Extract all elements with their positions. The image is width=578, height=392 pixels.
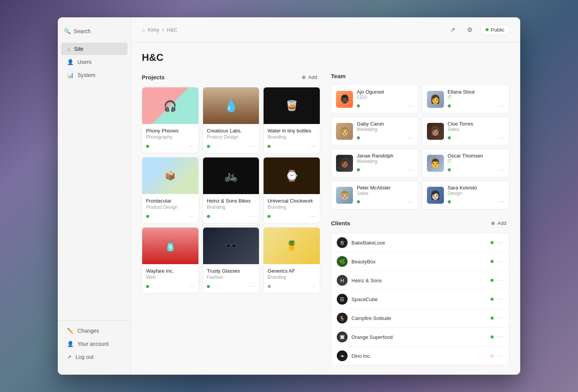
team-member-name: Cloe Torres xyxy=(448,121,505,127)
sidebar-item-site[interactable]: ⌂ Site xyxy=(61,43,128,55)
topbar: ⌂ Kirby / H&C ↗ ⚙ Public xyxy=(131,17,520,42)
more-button[interactable]: ··· xyxy=(497,352,504,359)
search-button[interactable]: 🔍 Search xyxy=(58,25,131,37)
client-item[interactable]: H Heinz & Sons ··· xyxy=(331,271,509,290)
project-card[interactable]: 🧴 Wayfare Inc. Web ··· xyxy=(142,227,199,293)
more-button[interactable]: ··· xyxy=(497,296,504,303)
project-type: Branding xyxy=(267,275,316,280)
more-button[interactable]: ··· xyxy=(407,166,413,173)
project-footer: ··· xyxy=(267,213,316,220)
main-content: ⌂ Kirby / H&C ↗ ⚙ Public H&C Proj xyxy=(131,17,520,375)
team-member-role: IT xyxy=(448,159,505,164)
avatar: 👩🏾 xyxy=(336,155,353,172)
avatar: 👩🏻 xyxy=(427,187,444,204)
client-item[interactable]: 🦌 Campfire Solitude ··· xyxy=(331,309,509,328)
add-client-button[interactable]: ⊕ Add xyxy=(488,219,509,228)
team-footer: ··· xyxy=(448,102,505,109)
add-project-button[interactable]: ⊕ Add xyxy=(299,73,320,82)
more-button[interactable]: ··· xyxy=(249,283,255,290)
status-indicator xyxy=(357,168,360,171)
project-type: Web xyxy=(146,275,195,280)
status-indicator xyxy=(448,136,451,139)
project-name: Heinz & Sons Bikes xyxy=(207,198,255,204)
logout-icon: ↗ xyxy=(67,354,72,360)
your-account-button[interactable]: 👤 Your account xyxy=(61,338,128,350)
project-card[interactable]: 🍍 Generics AF Branding ··· xyxy=(263,227,320,293)
more-button[interactable]: ··· xyxy=(188,283,194,290)
project-info: Generics AF Branding ··· xyxy=(264,264,320,293)
project-name: Water in tiny bottles xyxy=(267,128,316,134)
client-name: BakeBakeLove xyxy=(351,240,487,246)
status-indicator xyxy=(146,145,149,148)
project-card[interactable]: 🚲 Heinz & Sons Bikes Branding ··· xyxy=(203,157,260,223)
project-card[interactable]: 🥃 Water in tiny bottles Branding ··· xyxy=(263,87,320,153)
status-indicator xyxy=(146,215,149,218)
status-badge[interactable]: Public xyxy=(481,25,509,35)
more-button[interactable]: ··· xyxy=(497,239,504,246)
more-button[interactable]: ··· xyxy=(407,134,413,141)
status-indicator xyxy=(491,260,494,263)
team-member-card[interactable]: 👨🏼 Peter McAlister Sales ··· xyxy=(331,181,419,209)
more-button[interactable]: ··· xyxy=(310,213,316,220)
client-item[interactable]: B BakeBakeLove ··· xyxy=(331,233,509,252)
more-button[interactable]: ··· xyxy=(249,213,255,220)
team-member-card[interactable]: 👩🏼 Gaby Caron Marketing ··· xyxy=(331,117,419,146)
team-section: Team 👨🏿 Ajo Ogunsei CEO xyxy=(331,73,509,209)
more-button[interactable]: ··· xyxy=(310,283,316,290)
more-button[interactable]: ··· xyxy=(497,258,504,265)
status-indicator xyxy=(491,335,494,338)
more-button[interactable]: ··· xyxy=(249,143,255,150)
project-footer: ··· xyxy=(207,143,255,150)
client-item[interactable]: 🔲 Orange Superfood ··· xyxy=(331,328,509,347)
project-footer: ··· xyxy=(267,283,316,290)
project-thumb: 🕶️ xyxy=(203,228,259,264)
client-logo: B xyxy=(337,237,348,248)
team-member-card[interactable]: 👨 Oscar Thomsen IT ··· xyxy=(422,149,510,178)
more-button[interactable]: ··· xyxy=(188,213,194,220)
project-card[interactable]: 💧 Creatious Labs. Product Design ··· xyxy=(203,87,260,153)
more-button[interactable]: ··· xyxy=(310,143,316,150)
team-info: Sara Koivisto Design ··· xyxy=(448,185,505,205)
status-dot-green xyxy=(486,28,489,31)
more-button[interactable]: ··· xyxy=(498,166,504,173)
sidebar-item-system[interactable]: 📊 System xyxy=(61,69,128,81)
client-item[interactable]: ☰ SpaceCube ··· xyxy=(331,290,509,309)
settings-button[interactable]: ⚙ xyxy=(464,23,476,36)
project-footer: ··· xyxy=(207,283,255,290)
status-label: Public xyxy=(491,27,504,33)
team-member-card[interactable]: 👩 Eliana Stout IT ··· xyxy=(422,85,510,114)
changes-button[interactable]: ✏️ Changes xyxy=(61,325,128,337)
team-member-name: Peter McAlister xyxy=(357,185,414,191)
more-button[interactable]: ··· xyxy=(188,143,194,150)
team-member-card[interactable]: 👩🏻 Sara Koivisto Design ··· xyxy=(422,181,510,209)
team-grid: 👨🏿 Ajo Ogunsei CEO ··· xyxy=(331,85,509,209)
project-type: Branding xyxy=(267,204,316,210)
status-indicator xyxy=(357,200,360,203)
team-member-card[interactable]: 👩🏽 Cloe Torres Sales ··· xyxy=(422,117,510,146)
status-indicator xyxy=(448,200,451,203)
project-thumb: ⌚ xyxy=(264,157,320,194)
team-member-card[interactable]: 👨🏿 Ajo Ogunsei CEO ··· xyxy=(331,85,419,114)
external-link-button[interactable]: ↗ xyxy=(447,23,459,36)
client-item[interactable]: ❧ Dino Inc. ··· xyxy=(331,347,509,365)
right-column: Team 👨🏿 Ajo Ogunsei CEO xyxy=(331,73,509,365)
status-indicator-empty xyxy=(491,354,494,357)
client-item[interactable]: 🌿 BeautyBox ··· xyxy=(331,252,509,271)
more-button[interactable]: ··· xyxy=(498,102,504,109)
sidebar-item-users[interactable]: 👤 Users xyxy=(61,56,128,68)
team-member-card[interactable]: 👩🏾 Janae Randolph Marketing ··· xyxy=(331,149,419,178)
logout-button[interactable]: ↗ Log out xyxy=(61,351,128,363)
more-button[interactable]: ··· xyxy=(497,315,504,322)
account-label: Your account xyxy=(77,341,109,347)
project-card[interactable]: ⌚ Universal Clockwork Branding ··· xyxy=(263,157,320,223)
more-button[interactable]: ··· xyxy=(498,198,504,205)
more-button[interactable]: ··· xyxy=(407,198,413,205)
team-info: Gaby Caron Marketing ··· xyxy=(357,121,414,141)
more-button[interactable]: ··· xyxy=(407,102,413,109)
project-card[interactable]: Phony Phones Photography ··· xyxy=(142,87,199,153)
more-button[interactable]: ··· xyxy=(497,277,504,284)
more-button[interactable]: ··· xyxy=(498,134,504,141)
more-button[interactable]: ··· xyxy=(497,333,504,340)
project-card[interactable]: 📦 Frontacular Product Design ··· xyxy=(142,157,199,223)
project-card[interactable]: 🕶️ Trusty Glasses Fashion ··· xyxy=(203,227,260,293)
